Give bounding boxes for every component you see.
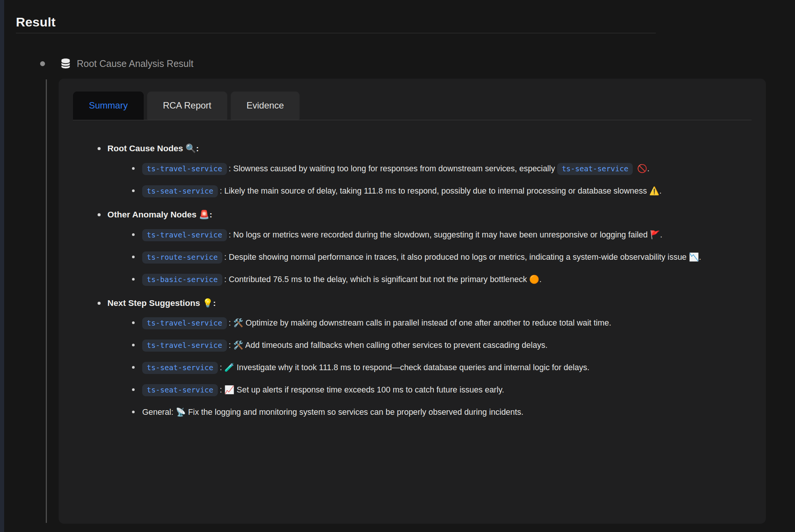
item-text: : 🛠️ Optimize by making downstream calls… — [229, 318, 612, 327]
item-text: : Despite showing normal performance in … — [224, 253, 701, 262]
list-item: ts-travel-service: 🛠️ Optimize by making… — [132, 315, 749, 331]
service-badge: ts-travel-service — [142, 229, 227, 241]
service-badge: ts-basic-service — [142, 274, 222, 286]
list-item: ts-seat-service: Likely the main source … — [132, 183, 749, 199]
list-item: ts-basic-service: Contributed 76.5 ms to… — [132, 271, 749, 288]
service-badge: ts-travel-service — [142, 340, 227, 352]
section-items: ts-travel-service: No logs or metrics we… — [107, 227, 749, 288]
service-badge: ts-travel-service — [142, 163, 227, 175]
tabs: SummaryRCA ReportEvidence — [73, 92, 752, 120]
item-text: : Likely the main source of delay, takin… — [220, 186, 661, 195]
list-item: ts-travel-service: No logs or metrics we… — [132, 227, 749, 243]
service-badge: ts-seat-service — [142, 362, 218, 374]
item-text: : 🧪 Investigate why it took 111.8 ms to … — [220, 363, 589, 372]
list-item: ts-travel-service: Slowness caused by wa… — [132, 161, 749, 177]
left-edge-strip — [0, 0, 4, 532]
list-item: General: 📡 Fix the logging and monitorin… — [132, 404, 749, 420]
service-badge: ts-seat-service — [557, 163, 633, 175]
summary-section: Other Anomaly Nodes 🚨:ts-travel-service:… — [97, 207, 749, 288]
tab-rca-report[interactable]: RCA Report — [147, 92, 227, 120]
tree-bullet-dot — [40, 61, 45, 66]
summary-list: Root Cause Nodes 🔍:ts-travel-service: Sl… — [97, 141, 749, 420]
tree-connector-line — [46, 79, 47, 523]
result-node-label: Root Cause Analysis Result — [77, 58, 193, 69]
item-text: : No logs or metrics were recorded durin… — [229, 230, 663, 239]
result-tree-header: Root Cause Analysis Result — [40, 57, 193, 70]
section-title: Root Cause Nodes 🔍: — [107, 144, 199, 153]
page-title: Result — [16, 15, 56, 29]
summary-content: Root Cause Nodes 🔍:ts-travel-service: Sl… — [73, 141, 752, 420]
result-card: SummaryRCA ReportEvidence Root Cause Nod… — [59, 79, 766, 524]
summary-section: Root Cause Nodes 🔍:ts-travel-service: Sl… — [97, 141, 749, 199]
section-items: ts-travel-service: 🛠️ Optimize by making… — [107, 315, 749, 420]
section-title: Next Step Suggestions 💡: — [107, 298, 216, 308]
service-badge: ts-seat-service — [142, 384, 218, 396]
section-items: ts-travel-service: Slowness caused by wa… — [107, 161, 749, 199]
section-title: Other Anomaly Nodes 🚨: — [107, 210, 212, 219]
title-divider — [16, 33, 656, 33]
tab-evidence[interactable]: Evidence — [231, 92, 300, 120]
list-item: ts-travel-service: 🛠️ Add timeouts and f… — [132, 337, 749, 354]
service-badge: ts-travel-service — [142, 317, 227, 329]
item-text: General: 📡 Fix the logging and monitorin… — [142, 408, 523, 417]
list-item: ts-route-service: Despite showing normal… — [132, 249, 749, 265]
item-text: : 📈 Set up alerts if response time excee… — [220, 385, 504, 394]
service-badge: ts-route-service — [142, 251, 222, 264]
database-icon — [59, 57, 72, 70]
item-text: 🚫. — [635, 164, 649, 173]
item-text: : 🛠️ Add timeouts and fallbacks when cal… — [229, 341, 548, 350]
service-badge: ts-seat-service — [142, 185, 218, 197]
summary-section: Next Step Suggestions 💡:ts-travel-servic… — [97, 295, 749, 421]
list-item: ts-seat-service: 🧪 Investigate why it to… — [132, 360, 749, 376]
list-item: ts-seat-service: 📈 Set up alerts if resp… — [132, 382, 749, 398]
item-text: : Slowness caused by waiting too long fo… — [229, 164, 557, 173]
item-text: : Contributed 76.5 ms to the delay, whic… — [224, 275, 542, 284]
tab-summary[interactable]: Summary — [73, 92, 144, 120]
